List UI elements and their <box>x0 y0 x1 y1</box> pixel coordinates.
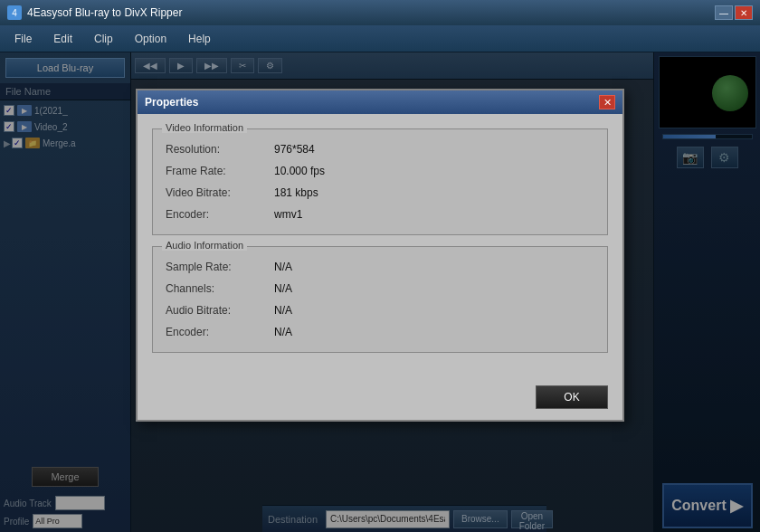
frame-rate-label: Frame Rate: <box>166 165 274 177</box>
sample-rate-label: Sample Rate: <box>166 261 274 273</box>
resolution-value: 976*584 <box>274 143 315 156</box>
modal-close-button[interactable]: ✕ <box>599 95 615 109</box>
video-bitrate-label: Video Bitrate: <box>166 186 274 199</box>
modal-title: Properties <box>145 96 198 109</box>
menu-bar: File Edit Clip Option Help <box>0 25 760 52</box>
frame-rate-value: 10.000 fps <box>274 165 325 177</box>
menu-edit[interactable]: Edit <box>43 29 83 49</box>
video-info-section: Video Information Resolution: 976*584 Fr… <box>152 128 608 235</box>
main-content: Load Blu-ray File Name ✓ ▶ 1(2021_ ✓ ▶ V… <box>0 52 760 532</box>
prop-video-encoder: Encoder: wmv1 <box>166 204 594 225</box>
prop-video-bitrate: Video Bitrate: 181 kbps <box>166 182 594 204</box>
sample-rate-value: N/A <box>274 261 292 273</box>
menu-file[interactable]: File <box>4 29 43 49</box>
audio-encoder-value: N/A <box>274 326 292 338</box>
menu-option[interactable]: Option <box>124 29 177 49</box>
channels-value: N/A <box>274 282 292 295</box>
minimize-button[interactable]: — <box>715 5 733 20</box>
prop-channels: Channels: N/A <box>166 278 594 299</box>
audio-info-section: Audio Information Sample Rate: N/A Chann… <box>152 246 608 353</box>
audio-encoder-label: Encoder: <box>166 326 274 338</box>
video-encoder-value: wmv1 <box>274 208 302 221</box>
title-bar-left: 4 4Easysof Blu-ray to DivX Ripper <box>7 5 182 20</box>
prop-frame-rate: Frame Rate: 10.000 fps <box>166 160 594 182</box>
ok-button[interactable]: OK <box>536 385 608 409</box>
prop-sample-rate: Sample Rate: N/A <box>166 256 594 278</box>
properties-modal: Properties ✕ Video Information Resolutio… <box>136 89 624 422</box>
modal-body: Video Information Resolution: 976*584 Fr… <box>138 114 622 378</box>
title-bar: 4 4Easysof Blu-ray to DivX Ripper — ✕ <box>0 0 760 25</box>
video-encoder-label: Encoder: <box>166 208 274 221</box>
menu-clip[interactable]: Clip <box>83 29 124 49</box>
prop-audio-bitrate: Audio Bitrate: N/A <box>166 299 594 321</box>
audio-bitrate-label: Audio Bitrate: <box>166 304 274 317</box>
close-button[interactable]: ✕ <box>735 5 753 20</box>
app-title: 4Easysof Blu-ray to DivX Ripper <box>27 6 182 19</box>
prop-resolution: Resolution: 976*584 <box>166 138 594 160</box>
modal-overlay: Properties ✕ Video Information Resolutio… <box>0 52 760 532</box>
app-icon: 4 <box>7 5 22 20</box>
audio-section-title: Audio Information <box>162 240 247 251</box>
resolution-label: Resolution: <box>166 143 274 156</box>
modal-title-bar: Properties ✕ <box>138 90 622 114</box>
channels-label: Channels: <box>166 282 274 295</box>
prop-audio-encoder: Encoder: N/A <box>166 321 594 343</box>
audio-bitrate-value: N/A <box>274 304 292 317</box>
modal-footer: OK <box>138 378 622 420</box>
menu-help[interactable]: Help <box>177 29 222 49</box>
video-bitrate-value: 181 kbps <box>274 186 318 199</box>
video-section-title: Video Information <box>162 122 247 133</box>
title-controls: — ✕ <box>715 5 753 20</box>
